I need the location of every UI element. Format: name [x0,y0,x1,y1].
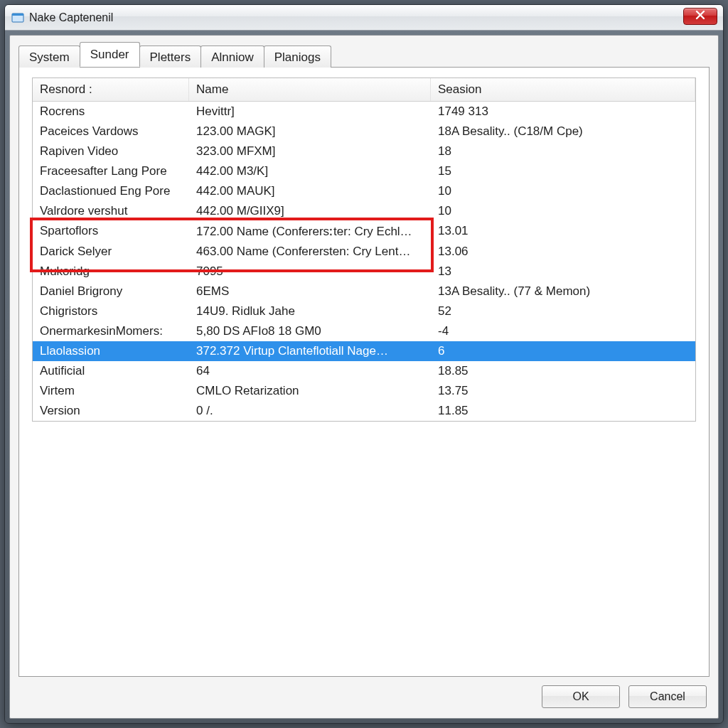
tab-sunder[interactable]: Sunder [80,42,140,67]
cell: Daclastionued Eng Pore [33,181,189,201]
cell: 5,80 DS AFIo8 18 GM0 [189,321,431,341]
cell: Version [33,401,189,421]
column-header-name[interactable]: Name [189,78,431,101]
window-title: Nake Captenenil [29,11,113,24]
cell: OnermarkesinMomers: [33,321,189,341]
table-row[interactable]: OnermarkesinMomers:5,80 DS AFIo8 18 GM0-… [33,321,695,341]
cell: 442.00 M3/K] [189,161,431,181]
button-row: OK Cancel [18,677,710,711]
listview-header[interactable]: Resnord : Name Seasion [33,78,695,102]
cell: 64 [189,361,431,381]
cell: Daniel Brigrony [33,282,189,301]
app-icon [11,11,25,25]
cell: 6 [431,341,695,361]
listview-body: RocrensHevittr]1749 313Paceices Vardows1… [33,102,695,421]
table-row[interactable]: VirtemCMLO Retarization13.75 [33,381,695,401]
cell: Darick Selyer [33,242,189,262]
close-icon [695,10,705,23]
cell: Mukoridg [33,262,189,282]
cell: Spartoflors [33,221,189,242]
listview[interactable]: Resnord : Name Seasion RocrensHevittr]17… [32,77,696,422]
cell: Hevittr] [189,102,431,122]
cell: CMLO Retarization [189,381,431,401]
tab-system[interactable]: System [18,46,80,68]
cell: 18.85 [431,361,695,381]
cell: -4 [431,321,695,341]
cell: 13.06 [431,242,695,262]
cell: 7095 [189,262,431,282]
tab-pletters[interactable]: Pletters [139,46,202,68]
cell: 372.372 Virtup Clanteflotiall Nage… [189,341,431,361]
cell: 14U9. Ridluk Jahe [189,301,431,321]
ok-button[interactable]: OK [542,685,620,708]
table-row[interactable]: Autificial6418.85 [33,361,695,381]
cell: 13.01 [431,221,695,242]
client-area: System Sunder Pletters Alnniow Planiogs … [9,35,719,719]
cell: Llaolassion [33,341,189,361]
table-row[interactable]: Fraceesafter Lang Pore442.00 M3/K]15 [33,161,695,181]
tab-planiogs[interactable]: Planiogs [264,46,331,68]
cell: Rocrens [33,102,189,122]
cell: 15 [431,161,695,181]
cell: 13.75 [431,381,695,401]
cell: 10 [431,181,695,201]
cell: 13 [431,262,695,282]
cell: 6EMS [189,282,431,301]
cell: Paceices Vardows [33,122,189,141]
cell: Fraceesafter Lang Pore [33,161,189,181]
cell: 11.85 [431,401,695,421]
table-row[interactable]: Darick Selyer463.00 Name (Conferersten: … [33,242,695,262]
cell: 1749 313 [431,102,695,122]
titlebar[interactable]: Nake Captenenil [5,5,723,31]
table-row[interactable]: Rapiven Video323.00 MFXM]18 [33,141,695,161]
column-header-resnord[interactable]: Resnord : [33,78,189,101]
cell: 13A Besality.. (77 & Memon) [431,282,695,301]
table-row[interactable]: Mukoridg709513 [33,262,695,282]
tab-panel: Resnord : Name Seasion RocrensHevittr]17… [18,67,710,677]
cell: 10 [431,201,695,221]
cell: Valrdore vershut [33,201,189,221]
table-row[interactable]: Llaolassion372.372 Virtup Clanteflotiall… [33,341,695,361]
cell: Rapiven Video [33,141,189,161]
dialog-window: Nake Captenenil System Sunder Pletters A… [4,4,724,724]
cell: Chigristors [33,301,189,321]
cancel-button[interactable]: Cancel [628,685,707,708]
cell: 463.00 Name (Conferersten: Cry Lent… [189,242,431,262]
cell: 442.00 M/GIIX9] [189,201,431,221]
table-row[interactable]: Chigristors14U9. Ridluk Jahe52 [33,301,695,321]
table-row[interactable]: Version0 /.11.85 [33,401,695,421]
table-row[interactable]: RocrensHevittr]1749 313 [33,102,695,122]
cell: 323.00 MFXM] [189,141,431,161]
close-button[interactable] [683,8,717,25]
cell: 0 /. [189,401,431,421]
cell: 442.00 MAUK] [189,181,431,201]
table-row[interactable]: Daclastionued Eng Pore442.00 MAUK]10 [33,181,695,201]
table-row[interactable]: Paceices Vardows123.00 MAGK]18A Besality… [33,122,695,141]
tab-alnniow[interactable]: Alnniow [200,46,264,68]
cell: 52 [431,301,695,321]
table-row[interactable]: Spartoflors172.00 Name (Conferersːter: C… [33,221,695,242]
cell: 18A Besality.. (C18/M Cpe) [431,122,695,141]
cell: Autificial [33,361,189,381]
cell: 172.00 Name (Conferersːter: Cry Echl… [189,221,431,242]
table-row[interactable]: Daniel Brigrony6EMS13A Besality.. (77 & … [33,282,695,301]
tabstrip: System Sunder Pletters Alnniow Planiogs [18,43,710,67]
column-header-seasion[interactable]: Seasion [431,78,695,101]
svg-rect-1 [12,14,23,16]
cell: Virtem [33,381,189,401]
table-row[interactable]: Valrdore vershut442.00 M/GIIX9]10 [33,201,695,221]
cell: 18 [431,141,695,161]
cell: 123.00 MAGK] [189,122,431,141]
